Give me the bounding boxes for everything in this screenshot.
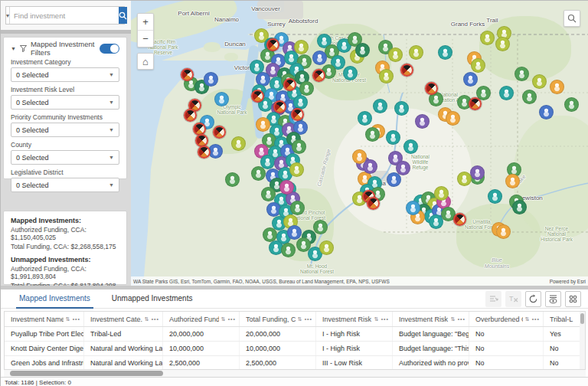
column-menu-icon[interactable]: ••• [458, 316, 466, 322]
table-row[interactable]: Green Jobs and Infrastruct...Natural and… [5, 356, 585, 370]
cluster-marker[interactable] [512, 200, 527, 214]
vertical-scrollbar[interactable] [580, 312, 585, 370]
cluster-marker[interactable] [225, 172, 240, 187]
tribal-led-marker[interactable] [469, 97, 482, 110]
cluster-marker[interactable] [446, 111, 460, 126]
tribal-led-marker[interactable] [198, 146, 211, 159]
cluster-marker[interactable] [343, 66, 358, 80]
cluster-marker[interactable] [231, 136, 246, 151]
table-row[interactable]: Knott Dairy Center Digest...Natural and … [5, 342, 585, 356]
cluster-marker[interactable] [514, 67, 529, 81]
cluster-marker[interactable] [358, 111, 372, 126]
cluster-marker[interactable] [319, 240, 334, 255]
tribal-led-marker[interactable] [251, 90, 264, 103]
sort-icon[interactable]: ⇅ [221, 316, 226, 322]
column-menu-icon[interactable]: ••• [228, 316, 236, 322]
horizontal-scrollbar[interactable] [4, 370, 586, 377]
cluster-marker[interactable] [313, 220, 328, 234]
cluster-marker[interactable] [532, 74, 547, 89]
map-canvas[interactable]: VancouverSurreyAbbotsfordPort AlberniNan… [131, 1, 588, 286]
tab-mapped-investments[interactable]: Mapped Investments [16, 290, 93, 309]
sort-icon[interactable]: ⇅ [66, 316, 70, 322]
cluster-marker[interactable] [261, 187, 276, 201]
cluster-marker[interactable] [505, 174, 520, 188]
filter-select-priority-community-investments[interactable]: 0 Selected▼ [11, 123, 119, 137]
zoom-to-selection-button[interactable] [485, 291, 501, 307]
cluster-marker[interactable] [499, 86, 514, 100]
refresh-button[interactable] [525, 291, 541, 307]
column-menu-icon[interactable]: ••• [381, 316, 389, 322]
cluster-marker[interactable] [438, 45, 452, 60]
filter-select-county[interactable]: 0 Selected▼ [11, 150, 119, 165]
search-input[interactable] [10, 7, 119, 24]
tribal-led-marker[interactable] [273, 100, 286, 113]
cluster-marker[interactable] [463, 72, 478, 87]
cluster-marker[interactable] [387, 172, 401, 187]
cluster-marker[interactable] [480, 31, 495, 45]
sort-icon[interactable]: ⇅ [374, 316, 379, 322]
column-menu-icon[interactable]: ••• [152, 316, 159, 322]
cluster-marker[interactable] [355, 43, 370, 57]
cluster-marker[interactable] [403, 139, 418, 154]
zoom-in-button[interactable]: + [138, 14, 153, 30]
tribal-led-marker[interactable] [184, 109, 197, 122]
cluster-marker[interactable] [365, 127, 380, 142]
column-menu-icon[interactable]: ••• [532, 316, 540, 322]
column-menu-icon[interactable]: ••• [305, 316, 312, 322]
cluster-marker[interactable] [293, 95, 308, 110]
sort-icon[interactable]: ⇅ [451, 316, 456, 322]
tribal-led-marker[interactable] [266, 38, 279, 51]
filter-select-investment-risk-level[interactable]: 0 Selected▼ [11, 95, 119, 110]
cluster-marker[interactable] [379, 69, 394, 83]
cluster-marker[interactable] [289, 162, 304, 177]
tribal-led-marker[interactable] [400, 64, 413, 77]
cluster-marker[interactable] [495, 37, 510, 51]
tribal-led-marker[interactable] [453, 213, 466, 226]
tribal-led-marker[interactable] [425, 82, 438, 95]
horizontal-scrollbar-thumb[interactable] [10, 371, 163, 376]
tribal-led-marker[interactable] [213, 126, 226, 139]
filters-toggle[interactable] [100, 44, 119, 54]
cluster-marker[interactable] [539, 105, 554, 119]
vertical-scrollbar-thumb[interactable] [580, 313, 584, 324]
cluster-marker[interactable] [564, 97, 579, 112]
cluster-marker[interactable] [312, 51, 327, 65]
cluster-marker[interactable] [434, 186, 449, 201]
table-row[interactable]: Puyallup Tribe Port Electrifi...Tribal-L… [5, 327, 585, 342]
cluster-marker[interactable] [287, 225, 302, 240]
sort-icon[interactable]: ⇅ [145, 316, 149, 322]
home-button[interactable]: ⌂ [137, 53, 154, 70]
cluster-marker[interactable] [406, 201, 420, 215]
cluster-marker[interactable] [386, 130, 400, 145]
column-menu-icon[interactable]: ••• [73, 316, 80, 322]
tab-unmapped-investments[interactable]: Unmapped Investments [109, 290, 196, 309]
tribal-led-marker[interactable] [283, 78, 296, 91]
cluster-marker[interactable] [290, 201, 305, 215]
cluster-marker[interactable] [279, 180, 294, 195]
actions-button[interactable] [565, 291, 581, 307]
cluster-marker[interactable] [415, 114, 430, 129]
cluster-marker[interactable] [352, 149, 367, 164]
show-hide-records-button[interactable] [545, 291, 561, 307]
tribal-led-marker[interactable] [291, 108, 304, 121]
cluster-marker[interactable] [388, 47, 403, 62]
cluster-marker[interactable] [256, 117, 270, 132]
cluster-marker[interactable] [471, 58, 485, 73]
cluster-marker[interactable] [373, 99, 387, 113]
cluster-marker[interactable] [204, 72, 218, 87]
cluster-marker[interactable] [251, 166, 266, 181]
cluster-marker[interactable] [550, 80, 564, 94]
map-search-button[interactable] [564, 10, 580, 27]
zoom-out-button[interactable]: − [138, 31, 153, 47]
search-button[interactable] [119, 7, 127, 24]
cluster-marker[interactable] [214, 92, 229, 106]
cluster-marker[interactable] [394, 101, 409, 116]
cluster-marker[interactable] [294, 40, 309, 54]
cluster-marker[interactable] [488, 189, 502, 204]
clear-selection-button[interactable]: T [505, 291, 521, 307]
filter-select-investment-category[interactable]: 0 Selected▼ [11, 67, 119, 82]
cluster-marker[interactable] [470, 165, 485, 180]
tribal-led-marker[interactable] [367, 197, 380, 210]
filter-select-legislative-district[interactable]: 0 Selected▼ [11, 178, 119, 192]
collapse-caret-icon[interactable]: ▼ [11, 46, 16, 51]
